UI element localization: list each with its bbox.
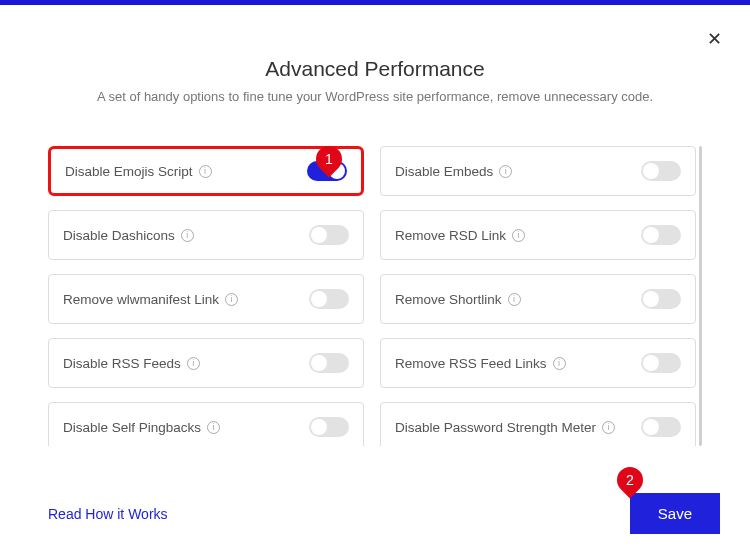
option-disable-embeds[interactable]: Disable Embeds i xyxy=(380,146,696,196)
page-title: Advanced Performance xyxy=(48,57,702,81)
info-icon[interactable]: i xyxy=(181,229,194,242)
close-icon: ✕ xyxy=(707,29,722,49)
toggle-remove-rsd[interactable] xyxy=(641,225,681,245)
toggle-disable-self-pingbacks[interactable] xyxy=(309,417,349,437)
option-remove-shortlink[interactable]: Remove Shortlink i xyxy=(380,274,696,324)
option-label: Disable Embeds xyxy=(395,164,493,179)
option-label: Remove Shortlink xyxy=(395,292,502,307)
info-icon[interactable]: i xyxy=(187,357,200,370)
toggle-disable-password-strength[interactable] xyxy=(641,417,681,437)
toggle-remove-shortlink[interactable] xyxy=(641,289,681,309)
option-label: Remove RSD Link xyxy=(395,228,506,243)
info-icon[interactable]: i xyxy=(207,421,220,434)
option-disable-rss-feeds[interactable]: Disable RSS Feeds i xyxy=(48,338,364,388)
read-how-it-works-link[interactable]: Read How it Works xyxy=(48,506,168,522)
info-icon[interactable]: i xyxy=(602,421,615,434)
close-button[interactable]: ✕ xyxy=(707,28,722,50)
options-grid: 1 Disable Emojis Script i Disable Embeds… xyxy=(48,146,702,446)
option-remove-rsd[interactable]: Remove RSD Link i xyxy=(380,210,696,260)
scrollbar[interactable] xyxy=(699,146,702,446)
option-disable-self-pingbacks[interactable]: Disable Self Pingbacks i xyxy=(48,402,364,446)
option-disable-password-strength[interactable]: Disable Password Strength Meter i xyxy=(380,402,696,446)
info-icon[interactable]: i xyxy=(553,357,566,370)
option-label: Disable RSS Feeds xyxy=(63,356,181,371)
option-remove-rss-links[interactable]: Remove RSS Feed Links i xyxy=(380,338,696,388)
save-button[interactable]: Save xyxy=(630,493,720,534)
toggle-disable-rss-feeds[interactable] xyxy=(309,353,349,373)
page-subtitle: A set of handy options to fine tune your… xyxy=(48,89,702,104)
toggle-disable-dashicons[interactable] xyxy=(309,225,349,245)
option-disable-dashicons[interactable]: Disable Dashicons i xyxy=(48,210,364,260)
info-icon[interactable]: i xyxy=(512,229,525,242)
option-label: Remove wlwmanifest Link xyxy=(63,292,219,307)
option-label: Disable Self Pingbacks xyxy=(63,420,201,435)
option-label: Remove RSS Feed Links xyxy=(395,356,547,371)
info-icon[interactable]: i xyxy=(508,293,521,306)
toggle-disable-embeds[interactable] xyxy=(641,161,681,181)
info-icon[interactable]: i xyxy=(199,165,212,178)
option-label: Disable Emojis Script xyxy=(65,164,193,179)
option-disable-emojis[interactable]: 1 Disable Emojis Script i xyxy=(48,146,364,196)
option-label: Disable Dashicons xyxy=(63,228,175,243)
info-icon[interactable]: i xyxy=(225,293,238,306)
toggle-remove-rss-links[interactable] xyxy=(641,353,681,373)
option-label: Disable Password Strength Meter xyxy=(395,420,596,435)
toggle-remove-wlwmanifest[interactable] xyxy=(309,289,349,309)
info-icon[interactable]: i xyxy=(499,165,512,178)
option-remove-wlwmanifest[interactable]: Remove wlwmanifest Link i xyxy=(48,274,364,324)
